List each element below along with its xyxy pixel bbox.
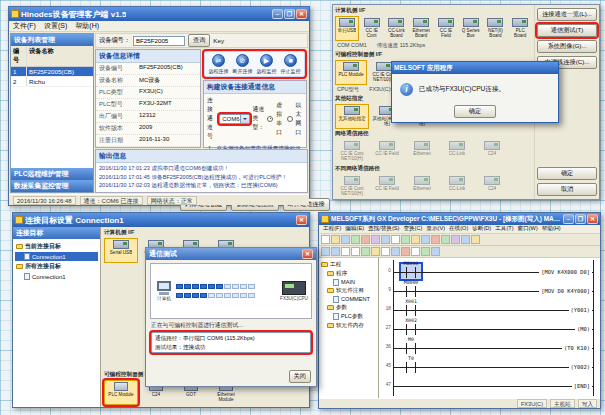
tile-ccie-field-board[interactable]: CC IE Field Board [434, 16, 458, 41]
ladder-symbol-icon[interactable] [411, 247, 420, 256]
device-row-1[interactable]: 1 BF25F2005(CB) [11, 67, 93, 77]
coil[interactable]: (T0 K10) [562, 345, 592, 352]
sidebar-group-plc-maintenance[interactable]: PLC远程维护管理 [11, 168, 93, 180]
tile-serial-usb[interactable]: 串行USB [335, 16, 359, 41]
tile-net2-board[interactable]: NET(II) Board [484, 16, 508, 41]
tree-item-program[interactable]: 程序 [320, 269, 377, 278]
contact-symbol[interactable] [406, 267, 416, 278]
ladder-symbol-icon[interactable] [361, 247, 370, 256]
menu-help[interactable]: 帮助(H) [542, 225, 561, 233]
toolbar-icon[interactable] [441, 235, 450, 244]
ladder-symbol-icon[interactable] [351, 247, 360, 256]
remote-monitor-button[interactable]: ▶远程监控 [257, 54, 277, 74]
chevron-down-icon[interactable] [240, 115, 249, 123]
close-button[interactable]: ✕ [587, 214, 598, 224]
tile-net-ethernet[interactable]: Ethernet [405, 139, 439, 164]
system-image-button[interactable]: 系统图像(G)... [537, 40, 597, 53]
channel-combobox[interactable]: COM6 [219, 114, 249, 124]
toolbar-icon[interactable] [321, 235, 330, 244]
toolbar-icon[interactable] [381, 235, 390, 244]
instruction[interactable]: [MOV K4X000 D0] [539, 269, 592, 276]
ladder-symbol-icon[interactable] [381, 247, 390, 256]
toolbar-icon[interactable] [371, 235, 380, 244]
remote-connect-button[interactable]: ⇌远程连接 [209, 54, 229, 74]
tree-item-device-memory[interactable]: 软元件内存 [320, 321, 377, 330]
toolbar-icon[interactable] [331, 235, 340, 244]
sidebar-group-data-monitor[interactable]: 数据采集监控管理 [11, 180, 93, 192]
contact-symbol[interactable] [406, 324, 416, 335]
menu-tools[interactable]: 设置(S) [44, 21, 67, 31]
maximize-button[interactable]: ❐ [575, 214, 586, 224]
toolbar-icon[interactable] [471, 235, 480, 244]
device-row-2[interactable]: 2 Richu [11, 77, 93, 87]
tree-group-current[interactable]: 当前连接目标 [15, 241, 98, 252]
maximize-button[interactable]: ❐ [284, 9, 295, 19]
tree-item-parameter[interactable]: 参数 [320, 303, 377, 312]
menu-convert[interactable]: 变换(C) [403, 225, 422, 233]
stop-monitor-button[interactable]: ■停止监控 [281, 54, 301, 74]
tree-item-project[interactable]: 工程 [320, 260, 377, 269]
tree-item-main[interactable]: MAIN [320, 278, 377, 286]
menu-online[interactable]: 在线(O) [449, 225, 468, 233]
close-button[interactable]: ✕ [302, 249, 313, 259]
toolbar-icon[interactable] [421, 235, 430, 244]
tree-item-connection1-current[interactable]: Connection1 [15, 252, 98, 261]
coil[interactable]: (M0) [575, 326, 592, 333]
ok-button[interactable]: 确定 [537, 167, 597, 180]
tile-plc-board[interactable]: PLC Board [508, 16, 532, 41]
close-button[interactable]: ✕ [296, 9, 307, 19]
tile-cclink-board[interactable]: CC-Link Board [385, 16, 409, 41]
close-button[interactable]: ✕ [296, 215, 307, 225]
menu-project[interactable]: 工程(F) [323, 225, 341, 233]
coil[interactable]: (Y001) [569, 307, 592, 314]
tile-net-c24[interactable]: C24 [475, 139, 509, 164]
contact-symbol[interactable] [406, 286, 416, 297]
instruction[interactable]: [MOV D0 K4Y000] [539, 288, 592, 295]
toolbar-icon[interactable] [341, 235, 350, 244]
tile-ccie-cont-board[interactable]: CC IE Cont NET/10(H) Board [360, 16, 384, 41]
tile-ethernet-board[interactable]: Ethernet Board [409, 16, 433, 41]
tile-conet-ccie-field[interactable]: CC IE Field [370, 174, 404, 199]
close-dialog-button[interactable]: 关闭 [289, 370, 311, 383]
menu-diagnostics[interactable]: 诊断(D) [472, 225, 491, 233]
tree-item-connection1-all[interactable]: Connection1 [15, 272, 98, 281]
menu-help[interactable]: 帮助(H) [75, 21, 99, 31]
radio-ethernet[interactable] [287, 116, 293, 122]
toolbar-icon[interactable] [361, 235, 370, 244]
ladder-canvas[interactable]: 0 M8000 [MOV K4X000 D0] 9 M8000 [MOV D0 … [379, 258, 600, 398]
toolbar-icon[interactable] [431, 235, 440, 244]
ladder-symbol-icon[interactable] [401, 247, 410, 256]
tile-plc-module[interactable]: PLC Module [104, 380, 138, 405]
tile-serial-usb[interactable]: Serial USB [104, 238, 138, 263]
ladder-symbol-icon[interactable] [321, 247, 330, 256]
ladder-symbol-icon[interactable] [341, 247, 350, 256]
menu-window[interactable]: 窗口(W) [518, 225, 538, 233]
tile-net-cclink[interactable]: CC-Link [440, 139, 474, 164]
tile-conet-ccie-cont[interactable]: CC IE Cont NET/10(H) [335, 174, 369, 199]
tile-q-series-bus[interactable]: Q Series Bus [459, 16, 483, 41]
end-instruction[interactable]: [END] [572, 383, 592, 390]
contact-symbol[interactable] [406, 343, 416, 354]
coil[interactable]: (Y002) [569, 364, 592, 371]
filter-input[interactable] [133, 36, 185, 46]
tile-conet-ethernet[interactable]: Ethernet [405, 174, 439, 199]
menu-edit[interactable]: 编辑(E) [345, 225, 364, 233]
tree-item-device-comment[interactable]: 软元件注释 [320, 286, 377, 295]
toolbar-icon[interactable] [461, 235, 470, 244]
contact-symbol[interactable] [406, 362, 416, 373]
tile-conet-c24[interactable]: C24 [475, 174, 509, 199]
disconnect-button[interactable]: ⊘断开连接 [233, 54, 253, 74]
minimize-button[interactable]: – [563, 214, 574, 224]
radio-virtual-serial[interactable] [267, 116, 273, 122]
menu-file[interactable]: 文件(F) [13, 21, 36, 31]
toolbar-icon[interactable] [411, 235, 420, 244]
tile-no-other-station[interactable]: 无其他站指定 [335, 104, 369, 129]
ladder-symbol-icon[interactable] [371, 247, 380, 256]
tile-plc-module[interactable]: PLC Module [335, 60, 367, 85]
cancel-button[interactable]: 取消 [537, 183, 597, 196]
tree-item-comment[interactable]: COMMENT [320, 295, 377, 303]
ladder-symbol-icon[interactable] [421, 247, 430, 256]
menu-find[interactable]: 查找/替换(S) [368, 225, 399, 233]
communication-test-button[interactable]: 通信测试(T) [537, 24, 597, 37]
search-button[interactable]: 查询 [188, 34, 210, 47]
